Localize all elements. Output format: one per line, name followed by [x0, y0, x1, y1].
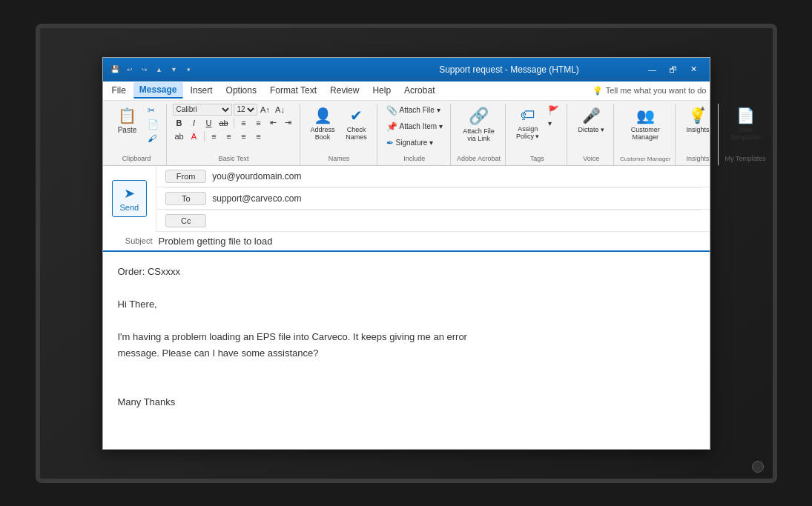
quick-access-dropdown-icon[interactable]: ▾	[183, 64, 195, 76]
body-order: Order: CSxxxx	[118, 264, 695, 280]
assign-policy-icon: 🏷	[521, 107, 535, 124]
title-bar-left: 💾 ↩ ↪ ▲ ▼ ▾	[109, 64, 376, 76]
undo-icon[interactable]: ↩	[124, 64, 136, 76]
send-button[interactable]: ➤ Send	[112, 180, 148, 217]
address-book-button[interactable]: 👤 AddressBook	[306, 104, 340, 144]
attach-file-icon: 📎	[386, 105, 397, 116]
menu-options[interactable]: Options	[220, 82, 263, 99]
flag-dropdown-button[interactable]: ▾	[545, 118, 562, 129]
send-label: Send	[120, 203, 139, 212]
email-body[interactable]: Order: CSxxxx Hi There, I'm having a pro…	[103, 252, 710, 449]
menu-review[interactable]: Review	[324, 82, 365, 99]
up-arrow-icon[interactable]: ▲	[154, 64, 165, 76]
align-left-button[interactable]: ≡	[208, 130, 221, 142]
body-sign-off: Many Thanks	[118, 394, 695, 410]
to-button[interactable]: To	[165, 192, 206, 205]
body-line1: I'm having a problem loading an EPS file…	[118, 329, 695, 345]
ribbon-group-tags: 🏷 AssignPolicy ▾ 🚩 ▾ Tags	[507, 104, 568, 165]
cc-row: Cc	[156, 210, 709, 232]
send-area: ➤ Send	[103, 166, 157, 232]
from-button[interactable]: From	[165, 170, 206, 183]
my-templates-buttons: 📄 ViewTemplates	[726, 104, 765, 152]
dictate-button[interactable]: 🎤 Dictate ▾	[573, 104, 609, 136]
ribbon-group-clipboard: 📋 Paste ✂ 📄 🖌	[108, 104, 167, 165]
font-shrink-button[interactable]: A↓	[274, 104, 287, 116]
font-grow-button[interactable]: A↑	[259, 104, 272, 116]
cut-icon: ✂	[148, 105, 155, 116]
font-color-button[interactable]: A	[188, 130, 201, 142]
names-label: Names	[329, 153, 350, 162]
window-title: Support request - Message (HTML)	[376, 64, 643, 75]
decrease-indent-button[interactable]: ⇤	[267, 117, 280, 129]
cc-button[interactable]: Cc	[165, 214, 206, 227]
menu-insert[interactable]: Insert	[185, 82, 219, 99]
font-select[interactable]: Calibri	[173, 104, 232, 116]
menu-help[interactable]: Help	[366, 82, 397, 99]
adobe-buttons: 🔗 Attach Filevia Link	[458, 104, 499, 152]
check-names-icon: ✔	[350, 107, 363, 124]
ribbon-group-voice: 🎤 Dictate ▾ Voice	[569, 104, 614, 165]
menu-acrobat[interactable]: Acrobat	[398, 82, 440, 99]
ribbon: 📋 Paste ✂ 📄 🖌	[103, 101, 710, 166]
justify-button[interactable]: ≡	[252, 130, 265, 142]
attach-item-button[interactable]: 📌 Attach Item ▾	[383, 120, 446, 133]
minimize-button[interactable]: —	[643, 62, 662, 77]
save-icon[interactable]: 💾	[109, 64, 121, 76]
ribbon-group-include: 📎 Attach File ▾ 📌 Attach Item ▾ ✒ Signat…	[379, 104, 451, 165]
align-center-button[interactable]: ≡	[222, 130, 236, 142]
subject-row: Subject Problem getting file to load	[103, 232, 710, 252]
attach-file-button[interactable]: 📎 Attach File ▾	[383, 104, 446, 117]
ribbon-collapse-button[interactable]: ▲	[699, 104, 707, 112]
underline-button[interactable]: U	[202, 117, 216, 129]
insights-button[interactable]: 💡 Insights	[681, 104, 713, 136]
clipboard-label: Clipboard	[122, 153, 151, 162]
highlight-button[interactable]: ab	[173, 130, 186, 142]
menu-format-text[interactable]: Format Text	[264, 82, 323, 99]
signature-button[interactable]: ✒ Signature ▾	[383, 136, 446, 150]
title-bar: 💾 ↩ ↪ ▲ ▼ ▾ Support request - Message (H…	[103, 58, 710, 81]
from-row: From you@yourdomain.com	[156, 166, 709, 187]
format-painter-button[interactable]: 🖌	[145, 132, 162, 145]
view-templates-button[interactable]: 📄 ViewTemplates	[726, 104, 765, 144]
font-size-select[interactable]: 12	[234, 104, 257, 116]
ribbon-group-my-templates: 📄 ViewTemplates My Templates	[720, 104, 770, 165]
paste-button[interactable]: 📋 Paste	[112, 104, 143, 137]
bold-button[interactable]: B	[173, 117, 186, 129]
subject-value[interactable]: Problem getting file to load	[159, 236, 701, 247]
restore-button[interactable]: 🗗	[664, 62, 683, 77]
search-label[interactable]: Tell me what you want to do	[606, 86, 707, 95]
signature-icon: ✒	[386, 138, 394, 148]
increase-indent-button[interactable]: ⇥	[282, 117, 295, 129]
tags-buttons: 🏷 AssignPolicy ▾ 🚩 ▾	[512, 104, 563, 152]
down-arrow-icon[interactable]: ▼	[168, 64, 180, 76]
flag-button[interactable]: 🚩	[545, 104, 562, 117]
cut-button[interactable]: ✂	[145, 104, 162, 117]
customer-manager-icon: 👥	[636, 107, 655, 124]
close-button[interactable]: ✕	[684, 62, 704, 77]
menu-file[interactable]: File	[106, 82, 132, 99]
customer-manager-button[interactable]: 👥 CustomerManager	[627, 104, 664, 144]
flag-icon: 🚩	[548, 105, 559, 116]
attach-file-via-link-button[interactable]: 🔗 Attach Filevia Link	[458, 104, 499, 145]
header-rows: ➤ Send From you@yourdomain.com To suppor…	[103, 166, 710, 232]
strikethrough-button[interactable]: ab	[217, 117, 231, 129]
address-book-icon: 👤	[314, 107, 332, 124]
customer-manager-label: Customer Manager	[620, 154, 670, 162]
my-templates-label: My Templates	[724, 153, 765, 162]
copy-button[interactable]: 📄	[145, 118, 162, 131]
number-list-button[interactable]: ≡	[252, 117, 265, 129]
bullet-list-button[interactable]: ≡	[237, 117, 251, 129]
ribbon-group-adobe: 🔗 Attach Filevia Link Adobe Acrobat	[452, 104, 506, 165]
align-right-button[interactable]: ≡	[237, 130, 251, 142]
redo-icon[interactable]: ↪	[139, 64, 151, 76]
to-row: To support@carveco.com	[156, 188, 709, 210]
check-names-button[interactable]: ✔ CheckNames	[341, 104, 372, 144]
assign-policy-button[interactable]: 🏷 AssignPolicy ▾	[512, 104, 544, 143]
italic-button[interactable]: I	[188, 117, 201, 129]
body-line2: message. Please can I have some assistan…	[118, 345, 695, 362]
to-value: support@carveco.com	[212, 193, 700, 204]
adobe-label: Adobe Acrobat	[457, 153, 501, 162]
voice-buttons: 🎤 Dictate ▾	[573, 104, 609, 152]
menu-message[interactable]: Message	[133, 82, 183, 99]
insights-label: Insights	[686, 153, 709, 162]
